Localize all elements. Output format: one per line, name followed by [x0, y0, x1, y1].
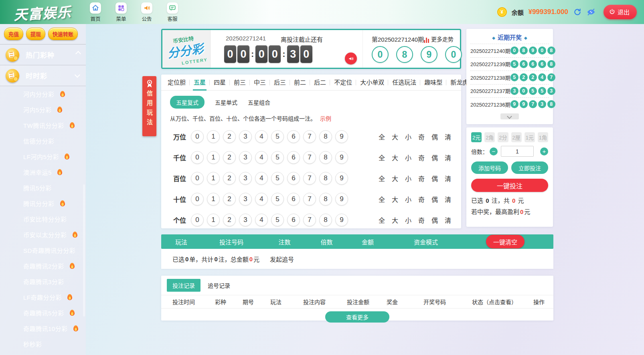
sidebar-section-hot[interactable]: 热门彩种	[0, 44, 86, 65]
number-ball[interactable]: 1	[207, 130, 220, 143]
one-key-bet-button[interactable]: 一键投注	[471, 179, 548, 192]
number-ball[interactable]: 6	[287, 130, 300, 143]
number-ball[interactable]: 3	[239, 172, 252, 185]
sound-toggle-button[interactable]	[345, 52, 357, 65]
play-type-tab[interactable]: 定位胆	[164, 75, 190, 91]
play-type-tab[interactable]: 后三	[270, 75, 290, 91]
number-ball[interactable]: 9	[335, 130, 348, 143]
number-ball[interactable]: 8	[319, 214, 332, 226]
quick-select-small[interactable]: 小	[405, 215, 411, 225]
expand-recent-button[interactable]	[500, 113, 519, 119]
play-type-tab[interactable]: 四星	[210, 75, 230, 91]
number-ball[interactable]: 9	[335, 193, 348, 206]
example-link[interactable]: 示例	[320, 115, 331, 122]
quick-select-odd[interactable]: 奇	[418, 194, 425, 204]
sub-play-tab[interactable]: 五星单式	[215, 98, 237, 106]
bet-now-button[interactable]: 立即投注	[511, 161, 548, 174]
number-ball[interactable]: 4	[255, 151, 268, 164]
play-type-tab[interactable]: 大小单双	[356, 75, 388, 91]
add-numbers-button[interactable]: 添加号码	[471, 161, 508, 174]
number-ball[interactable]: 7	[303, 130, 316, 143]
sidebar-lottery-item[interactable]: TW腾讯分分彩	[0, 117, 86, 133]
number-ball[interactable]: 1	[207, 214, 220, 226]
quick-select-all[interactable]: 全	[379, 173, 385, 183]
number-ball[interactable]: 5	[271, 130, 284, 143]
number-ball[interactable]: 5	[271, 151, 284, 164]
sidebar-lottery-item[interactable]: 奇趣腾讯2分彩	[0, 258, 86, 274]
number-ball[interactable]: 4	[255, 214, 268, 226]
play-type-tab[interactable]: 中三	[250, 75, 270, 91]
number-ball[interactable]: 2	[223, 193, 236, 206]
quick-select-clear[interactable]: 清	[445, 132, 451, 141]
sidebar-lottery-item[interactable]: 币安以太分分彩	[0, 227, 86, 242]
quick-select-even[interactable]: 偶	[431, 173, 438, 183]
number-ball[interactable]: 0	[191, 172, 204, 185]
quick-select-even[interactable]: 偶	[431, 132, 438, 141]
number-ball[interactable]: 3	[239, 214, 252, 226]
number-ball[interactable]: 8	[319, 130, 332, 143]
number-ball[interactable]: 2	[223, 151, 236, 164]
play-type-tab[interactable]: 任选玩法	[388, 75, 420, 91]
quick-select-big[interactable]: 大	[392, 194, 398, 204]
nav-menu[interactable]: 菜单	[112, 2, 130, 22]
number-ball[interactable]: 8	[319, 193, 332, 206]
quick-select-all[interactable]: 全	[379, 153, 385, 162]
sidebar-lottery-item[interactable]: 澳洲幸运5	[0, 164, 86, 180]
quick-select-big[interactable]: 大	[392, 173, 398, 183]
number-ball[interactable]: 2	[223, 172, 236, 185]
deposit-button[interactable]: 充值	[4, 28, 23, 40]
number-ball[interactable]: 8	[319, 172, 332, 185]
multiplier-plus-button[interactable]: +	[540, 147, 548, 155]
number-ball[interactable]: 6	[287, 151, 300, 164]
sidebar-lottery-item[interactable]: LF奇趣分分彩	[0, 289, 86, 305]
play-type-tab[interactable]: 五星	[190, 75, 210, 91]
number-ball[interactable]: 0	[191, 151, 204, 164]
sidebar-lottery-item[interactable]: SD奇趣腾讯分分彩	[0, 242, 86, 258]
number-ball[interactable]: 7	[303, 214, 316, 226]
withdraw-button[interactable]: 提现	[26, 28, 45, 40]
quick-select-all[interactable]: 全	[379, 194, 385, 204]
number-ball[interactable]: 4	[255, 130, 268, 143]
number-ball[interactable]: 1	[207, 151, 220, 164]
view-more-button[interactable]: 查看更多	[325, 311, 389, 323]
number-ball[interactable]: 4	[255, 172, 268, 185]
number-ball[interactable]: 1	[207, 172, 220, 185]
nav-support[interactable]: 客服	[163, 2, 182, 22]
amount-unit-chip[interactable]: 2厘	[511, 132, 522, 142]
play-type-tab[interactable]: 不定位	[330, 75, 356, 91]
multiplier-input[interactable]	[501, 146, 534, 157]
play-type-tab[interactable]: 前二	[290, 75, 310, 91]
number-ball[interactable]: 0	[191, 130, 204, 143]
quick-select-clear[interactable]: 清	[445, 194, 451, 204]
quick-select-small[interactable]: 小	[405, 173, 411, 183]
number-ball[interactable]: 9	[335, 151, 348, 164]
sidebar-lottery-item[interactable]: LF河内5分彩	[0, 149, 86, 164]
number-ball[interactable]: 1	[207, 193, 220, 206]
number-ball[interactable]: 8	[319, 151, 332, 164]
sidebar-lottery-item[interactable]: 信德分分彩	[0, 133, 86, 149]
sidebar-lottery-item[interactable]: 秒秒彩	[0, 336, 86, 352]
sub-play-tab[interactable]: 五星组合	[248, 98, 270, 106]
number-ball[interactable]: 4	[255, 193, 268, 206]
multiplier-minus-button[interactable]: −	[490, 147, 498, 155]
number-ball[interactable]: 6	[287, 172, 300, 185]
refresh-icon[interactable]	[573, 8, 582, 16]
number-ball[interactable]: 6	[287, 193, 300, 206]
sidebar-scrollbar[interactable]	[83, 184, 85, 317]
nav-home[interactable]: 首页	[86, 2, 105, 22]
sidebar-lottery-item[interactable]: 奇趣腾讯10分彩	[0, 321, 86, 336]
record-tab[interactable]: 投注记录	[167, 279, 200, 292]
number-ball[interactable]: 2	[223, 214, 236, 226]
clear-all-button[interactable]: 一键清空	[486, 235, 525, 248]
number-ball[interactable]: 9	[335, 172, 348, 185]
number-ball[interactable]: 0	[191, 193, 204, 206]
quick-select-odd[interactable]: 奇	[418, 132, 425, 141]
amount-unit-chip[interactable]: 1元	[525, 132, 535, 142]
sidebar-lottery-item[interactable]: 腾讯5分彩	[0, 180, 86, 196]
quick-select-even[interactable]: 偶	[431, 215, 438, 225]
quick-select-big[interactable]: 大	[392, 215, 398, 225]
sidebar-lottery-item[interactable]: 奇趣腾讯3分彩	[0, 274, 86, 289]
quick-transfer-button[interactable]: 快速转账	[48, 28, 78, 40]
quick-select-all[interactable]: 全	[379, 132, 385, 141]
number-ball[interactable]: 9	[335, 214, 348, 226]
